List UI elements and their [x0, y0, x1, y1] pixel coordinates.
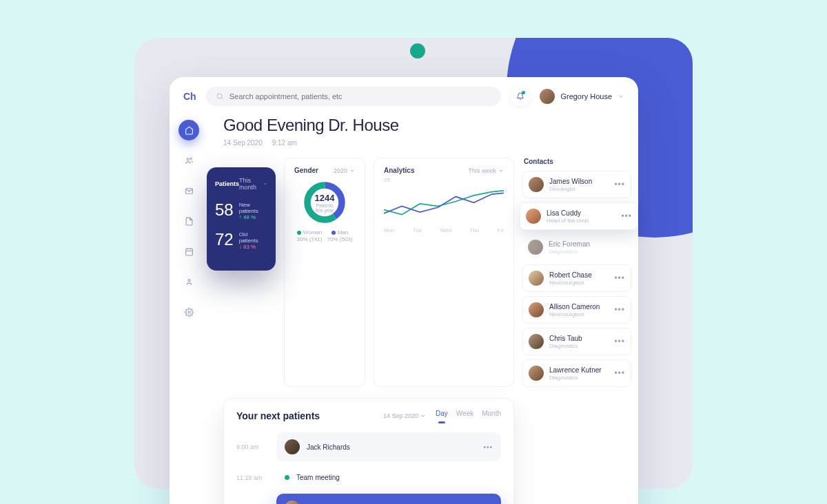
schedule-slot: 12:00 am Sarah Hosten — [236, 491, 501, 504]
analytics-range[interactable]: This week — [468, 167, 504, 174]
notification-dot — [522, 91, 525, 94]
appointment[interactable]: Jack Richards ••• — [276, 432, 501, 461]
avatar — [529, 302, 544, 317]
chevron-down-icon — [349, 168, 355, 174]
schedule-card: Your next patients 14 Sep 2020 Day Week … — [223, 398, 514, 504]
svg-point-9 — [187, 279, 190, 281]
stat-old-value: 72 — [215, 231, 234, 248]
patients-title: Patients — [215, 180, 239, 187]
notifications-button[interactable] — [511, 87, 530, 106]
contact-item[interactable]: Allison CameronNeurosurgeon ••• — [522, 296, 631, 324]
analytics-y-top: 25 — [384, 177, 504, 183]
more-icon[interactable]: ••• — [614, 273, 625, 283]
avatar — [529, 271, 544, 286]
patients-range[interactable]: This month — [239, 177, 267, 191]
schedule-slot: 11:15 am Team meeting — [236, 464, 501, 491]
chevron-down-icon — [617, 93, 624, 100]
gender-donut: 1244 Patients this year — [302, 180, 347, 225]
schedule-slot: 9:00 am Jack Richards ••• — [236, 430, 501, 464]
more-icon[interactable]: ••• — [614, 337, 625, 346]
stat-delta-up: ↑ 48 % — [239, 214, 267, 220]
nav-staff[interactable] — [178, 271, 199, 292]
bg-dot-teal — [410, 43, 425, 59]
svg-rect-5 — [185, 249, 192, 255]
tab-month[interactable]: Month — [482, 410, 501, 421]
avatar — [529, 177, 544, 192]
page-meta: 14 Sep 2020 9:12 am — [223, 139, 631, 147]
home-icon — [185, 126, 194, 135]
avatar — [526, 209, 541, 224]
svg-point-0 — [217, 94, 222, 98]
stats-row: Gender 2020 1244 Patients this year — [223, 158, 631, 387]
contact-item[interactable]: James WilsonOncologist ••• — [522, 171, 631, 198]
search-input[interactable] — [229, 92, 492, 101]
more-icon[interactable]: ••• — [614, 305, 625, 315]
more-icon[interactable]: ••• — [614, 368, 625, 378]
appointment[interactable]: Sarah Hosten — [276, 494, 501, 504]
page-date: 14 Sep 2020 — [223, 139, 263, 147]
mail-icon — [185, 187, 194, 196]
logo[interactable]: Ch — [183, 91, 196, 102]
more-icon[interactable]: ••• — [614, 180, 625, 189]
contact-item[interactable]: Chris TaubDiagnostics ••• — [522, 328, 631, 355]
gender-legend: Woman30% (741) Man70% (503) — [294, 229, 355, 242]
app-window: Ch Gregory House ••• Good E — [170, 77, 638, 504]
nav-home[interactable] — [178, 120, 199, 140]
schedule-date-picker[interactable]: 14 Sep 2020 — [383, 412, 426, 419]
analytics-title: Analytics — [384, 167, 414, 174]
gender-title: Gender — [294, 167, 318, 174]
tab-week[interactable]: Week — [456, 410, 473, 421]
avatar — [529, 334, 544, 349]
svg-point-10 — [187, 311, 190, 313]
analytics-x-labels: Mon Tue Wed Thu Fri — [384, 227, 504, 233]
search-field[interactable] — [206, 87, 502, 106]
contact-item[interactable]: Eric ForemanDiagnostics — [522, 234, 631, 260]
chevron-down-icon — [420, 413, 426, 419]
user-menu[interactable]: Gregory House — [540, 89, 624, 104]
avatar — [285, 439, 300, 454]
tab-day[interactable]: Day — [436, 410, 448, 421]
calendar-icon — [185, 247, 194, 256]
gender-total: 1244 — [315, 193, 335, 203]
schedule-tabs: Day Week Month — [436, 410, 501, 421]
svg-point-2 — [187, 158, 189, 160]
gender-card: Gender 2020 1244 Patients this year — [284, 158, 365, 387]
avatar — [540, 89, 555, 104]
gender-range[interactable]: 2020 — [334, 167, 355, 174]
chevron-down-icon — [263, 181, 267, 187]
nav-patients[interactable] — [178, 150, 199, 171]
page-title: Good Evening Dr. House — [223, 116, 631, 135]
users-icon — [185, 156, 194, 165]
contact-item[interactable]: Robert ChaseNeurosurgeon ••• — [522, 264, 631, 292]
contact-item[interactable]: Lawrence KutnerDiagnostics ••• — [522, 359, 631, 387]
avatar — [529, 366, 544, 381]
event[interactable]: Team meeting — [276, 467, 501, 488]
page-time: 9:12 am — [272, 139, 297, 147]
avatar — [285, 501, 300, 504]
nav-documents[interactable] — [178, 211, 199, 231]
contacts-panel: Contacts James WilsonOncologist ••• Lisa… — [522, 158, 631, 387]
schedule-slots: 9:00 am Jack Richards ••• 11:15 am — [236, 430, 501, 504]
file-icon — [185, 217, 194, 226]
contact-item[interactable]: Lisa CuddyHead of the clinic ••• — [520, 202, 638, 230]
event-dot — [285, 475, 289, 480]
search-icon — [216, 92, 224, 101]
schedule-title: Your next patients — [236, 410, 320, 421]
chevron-down-icon — [498, 168, 504, 174]
nav-calendar[interactable] — [178, 241, 199, 262]
contacts-title: Contacts — [522, 158, 631, 171]
person-icon — [185, 277, 194, 286]
gear-icon — [185, 308, 194, 317]
patients-card: Patients This month 58 New patients ↑ 48… — [207, 167, 276, 271]
nav-settings[interactable] — [178, 302, 199, 322]
nav-mail[interactable] — [178, 180, 199, 201]
analytics-card: Analytics This week 25 Mon Tue Wed Thu F… — [374, 158, 514, 387]
svg-point-3 — [190, 158, 192, 159]
more-icon[interactable]: ••• — [483, 443, 493, 451]
avatar — [528, 240, 543, 255]
more-icon[interactable]: ••• — [621, 211, 632, 221]
topbar: Ch Gregory House — [170, 77, 638, 116]
analytics-chart — [384, 183, 504, 224]
stat-new-value: 58 — [215, 202, 234, 218]
user-name: Gregory House — [560, 92, 612, 101]
